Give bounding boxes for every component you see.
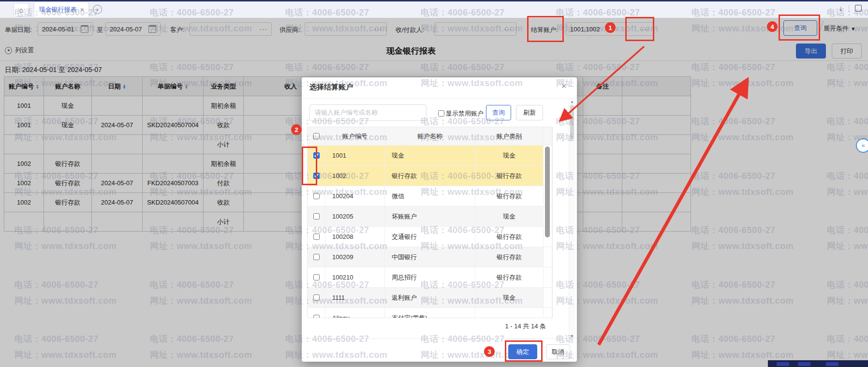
divider (302, 338, 577, 339)
fullscreen-icon[interactable] (855, 5, 862, 12)
show-disabled-checkbox[interactable] (438, 110, 444, 117)
account-row-checkbox[interactable] (313, 274, 320, 280)
account-cell: Alipay (325, 308, 385, 318)
account-cell: 100209 (325, 247, 385, 267)
tab-list-dropdown-icon[interactable]: ∨ (93, 5, 102, 14)
account-cell: 银行存款 (385, 166, 475, 186)
dialog-title: 选择结算账户 (309, 83, 353, 92)
account-row-checkbox[interactable] (313, 213, 320, 220)
dialog-scrollbar[interactable]: ▲ ▼ (569, 100, 575, 338)
column-header (544, 127, 552, 146)
scroll-down-icon[interactable]: ▼ (570, 334, 574, 338)
account-cell: 100210 (325, 267, 385, 288)
account-cell (308, 308, 325, 318)
dialog-scrollbar-thumb[interactable] (570, 105, 574, 140)
account-cell: 1001 (325, 146, 385, 166)
tab-bar (0, 1, 868, 18)
scroll-up-icon[interactable]: ▲ (570, 100, 574, 104)
account-cell: 1002 (325, 166, 385, 186)
column-header: 账户类别 (475, 127, 544, 146)
window-controls: ↓ (839, 4, 862, 12)
account-cell (308, 227, 325, 247)
pagination-info: 1 - 14 共 14 条 (302, 322, 546, 331)
account-cell: 银行存款 (475, 186, 544, 206)
annotation-badge-1: 1 (605, 22, 616, 33)
account-cell (308, 206, 325, 227)
account-row[interactable]: 1002银行存款银行存款 (308, 166, 552, 186)
account-cell (308, 267, 325, 288)
account-row[interactable]: 100209中国银行银行存款 (308, 247, 552, 267)
account-cell: 交通银行 (385, 227, 475, 247)
tab-label: 现金银行报表 (39, 5, 76, 14)
annotation-badge-4: 4 (767, 21, 778, 32)
annotation-badge-3: 3 (484, 346, 495, 357)
account-row-checkbox[interactable] (313, 294, 320, 301)
dialog-query-button[interactable]: 查询 (486, 105, 511, 120)
account-cell: 100205 (325, 206, 385, 227)
annotation-badge-2: 2 (291, 124, 302, 135)
account-cell (308, 288, 325, 308)
home-button[interactable]: ⌂ (14, 3, 29, 16)
account-cell: 1111 (325, 288, 385, 308)
account-search-input[interactable]: 请输入账户编号或名称 (309, 104, 427, 121)
settle-account-dialog: 选择结算账户 × 请输入账户编号或名称 显示禁用账户 查询 刷新 账户编号账户名… (302, 77, 577, 362)
app-window: ⌂ 现金银行报表 × ∨ ↓ 单据日期: 2024-05-01 至 2024-0… (0, 0, 868, 367)
column-header (308, 127, 325, 146)
side-panel-toggle-button[interactable]: « (856, 138, 868, 153)
annotation-box-ellipsis (625, 17, 654, 41)
dialog-refresh-button[interactable]: 刷新 (516, 105, 543, 120)
column-header: 账户名称 (385, 127, 475, 146)
bottom-right-cutoff-bar (768, 360, 868, 367)
annotation-box-checkboxes (302, 147, 317, 185)
account-table: 账户编号账户名称账户类别1001现金现金1002银行存款银行存款100204微信… (307, 127, 553, 318)
tab-cash-bank-report[interactable]: 现金银行报表 × (34, 1, 89, 17)
home-icon: ⌂ (19, 6, 23, 14)
account-cell (475, 308, 544, 318)
account-row[interactable]: Alipay支付宝(零售) (308, 308, 552, 318)
dialog-close-icon[interactable]: × (561, 81, 567, 91)
annotation-box-query (779, 15, 820, 41)
account-cell (308, 186, 325, 206)
account-cell: 100204 (325, 186, 385, 206)
account-row[interactable]: 100204微信银行存款 (308, 186, 552, 206)
annotation-box-confirm (505, 340, 543, 362)
account-cell: 银行存款 (475, 227, 544, 247)
divider (849, 5, 849, 12)
divider (302, 98, 577, 99)
account-cell: 银行存款 (475, 166, 544, 186)
account-cell: 100208 (325, 227, 385, 247)
account-row[interactable]: 1001现金现金 (308, 146, 552, 166)
account-cell (544, 288, 552, 308)
account-row-checkbox[interactable] (313, 254, 320, 260)
account-cell: 银行存款 (475, 267, 544, 288)
account-cell: 周总招行 (385, 267, 475, 288)
account-cell: 银行存款 (475, 247, 544, 267)
account-row-checkbox[interactable] (313, 315, 320, 318)
account-row-checkbox[interactable] (313, 193, 320, 199)
cancel-button[interactable]: 取消 (546, 344, 570, 359)
account-table-header: 账户编号账户名称账户类别 (308, 127, 552, 146)
account-cell: 现金 (475, 146, 544, 166)
download-icon[interactable]: ↓ (839, 4, 843, 12)
account-cell: 现金 (475, 288, 544, 308)
account-cell: 坏账账户 (385, 206, 475, 227)
show-disabled-label: 显示禁用账户 (446, 109, 484, 118)
select-all-checkbox[interactable] (313, 133, 320, 139)
account-row[interactable]: 1111返利账户现金 (308, 288, 552, 308)
account-cell: 现金 (385, 146, 475, 166)
account-cell (308, 247, 325, 267)
account-cell (544, 267, 552, 288)
account-row-checkbox[interactable] (313, 234, 320, 240)
account-cell: 返利账户 (385, 288, 475, 308)
table-scrollbar-thumb[interactable] (545, 147, 550, 237)
account-cell: 微信 (385, 186, 475, 206)
tab-close-icon[interactable]: × (80, 6, 84, 14)
account-row[interactable]: 100208交通银行银行存款 (308, 227, 552, 247)
account-cell: 支付宝(零售) (385, 308, 475, 318)
account-row[interactable]: 100205坏账账户现金 (308, 206, 552, 227)
account-cell: 中国银行 (385, 247, 475, 267)
account-cell (544, 247, 552, 267)
account-row[interactable]: 100210周总招行银行存款 (308, 267, 552, 288)
annotation-box-settle-label (527, 16, 564, 42)
column-header: 账户编号 (325, 127, 385, 146)
